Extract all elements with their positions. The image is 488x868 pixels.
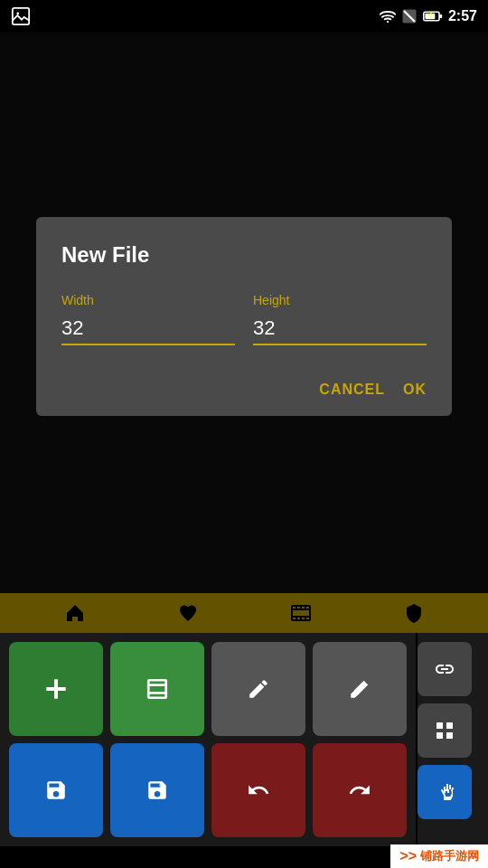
save1-button[interactable] (9, 743, 103, 837)
modal-overlay: New File Width Height CANCEL OK (0, 0, 488, 633)
save2-button[interactable] (110, 743, 204, 837)
height-input[interactable] (253, 313, 427, 345)
height-label: Height (253, 293, 427, 307)
redo-button[interactable] (313, 743, 407, 837)
svg-point-2 (387, 21, 389, 23)
undo-button[interactable] (211, 743, 305, 837)
width-field-group: Width (61, 293, 235, 345)
grid-button[interactable] (418, 703, 472, 758)
watermark-arrow-icon: >> (399, 848, 417, 864)
width-input[interactable] (61, 313, 235, 345)
svg-rect-0 (13, 8, 29, 24)
battery-icon (423, 10, 443, 23)
height-field-group: Height (253, 293, 427, 345)
wifi-icon (380, 10, 396, 23)
status-time: 2:57 (448, 8, 477, 24)
watermark: >> 铺路手游网 (390, 844, 488, 868)
frame-button[interactable] (110, 642, 204, 736)
link-button[interactable] (418, 642, 472, 696)
eraser-button[interactable] (313, 642, 407, 736)
hand-button[interactable] (418, 765, 472, 819)
svg-point-1 (16, 12, 19, 14)
signal-blocked-icon (401, 8, 418, 24)
ok-button[interactable]: OK (403, 382, 427, 398)
status-bar: 2:57 (0, 0, 488, 33)
svg-rect-7 (439, 14, 442, 18)
pen-button[interactable] (211, 642, 305, 736)
watermark-text: 铺路手游网 (420, 848, 479, 864)
gallery-icon (11, 6, 31, 26)
dialog-actions: CANCEL OK (61, 373, 427, 398)
dialog-fields: Width Height (61, 293, 427, 345)
dialog-title: New File (61, 242, 427, 268)
status-right: 2:57 (380, 8, 477, 24)
cancel-button[interactable]: CANCEL (319, 382, 385, 398)
add-button[interactable] (9, 642, 103, 736)
svg-rect-21 (148, 680, 166, 698)
width-label: Width (61, 293, 235, 307)
new-file-dialog: New File Width Height CANCEL OK (36, 217, 452, 416)
status-left (11, 6, 31, 26)
